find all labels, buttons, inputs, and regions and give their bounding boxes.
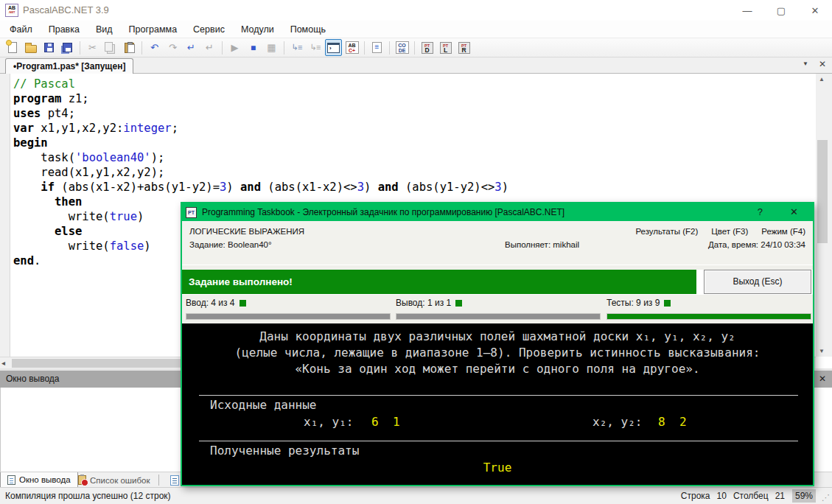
close-icon[interactable]: ✕	[798, 0, 832, 21]
result-section-divider	[199, 441, 798, 441]
tests-counter: Тесты: 9 из 9	[606, 295, 813, 308]
taskbook-demo-icon: PTD	[422, 42, 433, 54]
mode-f4-button[interactable]: Режим (F4)	[761, 227, 805, 236]
editor-gutter	[0, 74, 10, 357]
save-all-button[interactable]	[59, 39, 76, 56]
zoom-level[interactable]: 59%	[792, 489, 816, 503]
taskbook-icon: PT	[186, 207, 197, 218]
undo-icon: ↶	[150, 42, 158, 53]
stop-button[interactable]: ■	[245, 39, 262, 56]
toolbar: ✂↶↷↵↵▶■▦↳≡↳≡›АВС+≡CODEPTDPTLPTR	[0, 38, 832, 57]
tab-separator	[158, 475, 159, 486]
taskbook-result-button[interactable]: PTR	[455, 39, 472, 56]
code-line: var x1,y1,x2,y2:integer;	[13, 121, 813, 136]
taskbook-demo-button[interactable]: PTD	[419, 39, 436, 56]
column-label: Столбец	[733, 491, 769, 501]
new-file-button[interactable]	[4, 39, 21, 56]
new-file-icon	[8, 42, 17, 53]
taskbook-load-icon: PTL	[440, 42, 452, 54]
line-label: Строка	[681, 491, 710, 501]
menu-modules[interactable]: Модули	[233, 21, 282, 38]
open-file-button[interactable]	[22, 39, 39, 56]
paste-icon	[125, 43, 134, 53]
paste-button[interactable]	[121, 39, 138, 56]
indent-format-button[interactable]: ↳≡	[288, 39, 305, 56]
menu-view[interactable]: Вид	[88, 21, 121, 38]
minimize-icon[interactable]: —	[730, 0, 764, 21]
output-counter-label: Вывод: 1 из 1	[396, 298, 451, 308]
output-panel-title: Окно вывода	[6, 374, 60, 384]
output-window-icon	[7, 475, 15, 485]
scroll-down-icon[interactable]: ▼	[819, 348, 825, 354]
code-template-icon: CODE	[396, 41, 409, 54]
output-complete-square-icon	[455, 300, 462, 307]
run-button[interactable]: ▶	[226, 39, 243, 56]
pascalabc-window: AB .NET PascalABC.NET 3.9 — ▢ ✕ Файл Пра…	[0, 0, 832, 504]
save-icon	[44, 43, 54, 52]
taskbook-help-icon[interactable]: ?	[758, 206, 763, 217]
color-f3-button[interactable]: Цвет (F3)	[711, 227, 748, 236]
tests-counter-label: Тесты: 9 из 9	[606, 298, 660, 308]
task-name-label: Задание: Boolean40°	[189, 240, 272, 249]
exit-esc-button[interactable]: Выход (Esc)	[704, 270, 811, 294]
input-section-divider	[199, 395, 798, 396]
tab-program1[interactable]: •Program1.pas* [Запущен]	[5, 58, 133, 74]
undo-button[interactable]: ↶	[146, 39, 163, 56]
add-taskbook-module-button[interactable]: АВС+	[343, 39, 360, 56]
task-text-line2: (целые числа, лежащие в диапазоне 1–8). …	[182, 346, 813, 360]
error-list-icon	[78, 475, 86, 485]
code-line: read(x1,y1,x2,y2);	[13, 165, 813, 180]
menu-service[interactable]: Сервис	[185, 21, 233, 38]
tab-error-list[interactable]: Список ошибок	[71, 472, 157, 488]
format-source-button[interactable]: ≡	[368, 39, 385, 56]
outdent-format-button[interactable]: ↳≡	[307, 39, 324, 56]
cut-button[interactable]: ✂	[84, 39, 101, 56]
insert-snippet-icon: ↵	[187, 42, 195, 53]
tests-progressbar	[606, 313, 811, 320]
taskbook-load-button[interactable]: PTL	[437, 39, 454, 56]
toolbar-separator	[284, 41, 284, 55]
compile-button[interactable]: ▦	[263, 39, 280, 56]
taskbook-window: PT Programming Taskbook - Электронный за…	[181, 202, 814, 486]
redo-button[interactable]: ↷	[164, 39, 181, 56]
maximize-icon[interactable]: ▢	[764, 0, 798, 21]
taskbook-console: Даны координаты двух различных полей шах…	[182, 323, 813, 485]
taskbook-titlebar[interactable]: PT Programming Taskbook - Электронный за…	[182, 203, 813, 221]
pair2-values: 8 2	[658, 415, 687, 429]
code-template-button[interactable]: CODE	[394, 39, 410, 56]
menu-edit[interactable]: Правка	[41, 21, 88, 38]
show-console-button[interactable]: ›	[325, 39, 342, 56]
goto-definition-button[interactable]: ↵	[201, 39, 218, 56]
open-file-icon	[25, 45, 37, 53]
toolbar-separator	[414, 41, 415, 55]
tab-output-window[interactable]: Окно вывода	[0, 472, 78, 488]
insert-snippet-button[interactable]: ↵	[183, 39, 200, 56]
tab-list-dropdown-icon[interactable]: ▼	[803, 60, 808, 67]
menu-program[interactable]: Программа	[121, 21, 186, 38]
tab-close-icon[interactable]: ✕	[819, 59, 826, 69]
vertical-scrollbar-thumb[interactable]	[817, 140, 828, 243]
menu-help[interactable]: Помощь	[282, 21, 334, 38]
results-f2-button[interactable]: Результаты (F2)	[635, 227, 698, 236]
taskbook-header: ЛОГИЧЕСКИЕ ВЫРАЖЕНИЯ Задание: Boolean40°…	[182, 221, 813, 265]
result-section-header: Полученные результаты	[210, 444, 359, 458]
topic-label: ЛОГИЧЕСКИЕ ВЫРАЖЕНИЯ	[189, 227, 304, 236]
menu-file[interactable]: Файл	[1, 21, 41, 38]
code-line: if (abs(x1-x2)+abs(y1-y2)=3) and (abs(x1…	[13, 180, 813, 195]
compile-status-message: Компиляция прошла успешно (12 строк)	[5, 491, 171, 501]
save-button[interactable]	[41, 39, 57, 56]
vertical-scrollbar[interactable]: ▲ ▼	[816, 74, 829, 357]
output-panel-close-icon[interactable]: ✕	[819, 371, 826, 388]
resize-grip-icon[interactable]: ⋰	[822, 493, 830, 503]
tab-output-window-label: Окно вывода	[19, 475, 71, 484]
stop-icon: ■	[251, 43, 256, 53]
column-number: 21	[775, 491, 785, 501]
input-complete-square-icon	[240, 300, 246, 307]
compile-icon: ▦	[267, 42, 276, 53]
scroll-left-icon[interactable]: ◂	[1, 359, 5, 367]
copy-icon	[105, 42, 113, 52]
taskbook-close-icon[interactable]: ✕	[790, 206, 798, 217]
scroll-up-icon[interactable]: ▲	[819, 76, 825, 83]
copy-button[interactable]	[102, 39, 119, 56]
output-progressbar	[396, 313, 601, 320]
